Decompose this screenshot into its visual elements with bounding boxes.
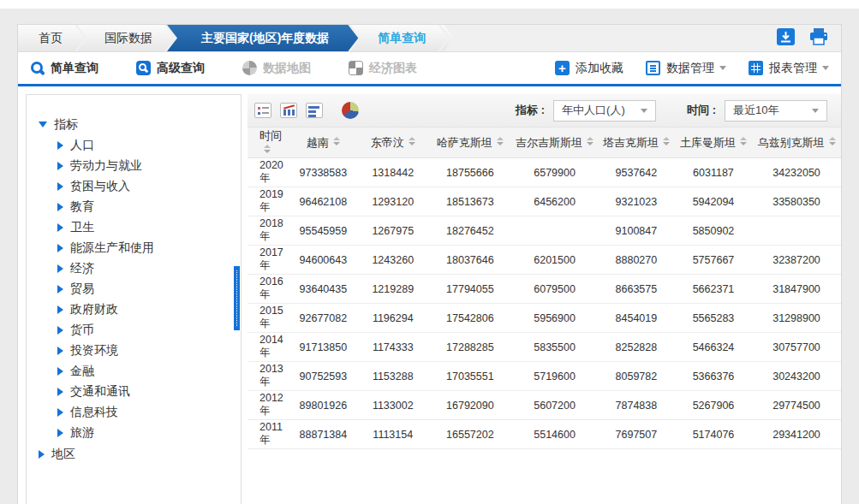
download-icon[interactable] bbox=[777, 28, 795, 45]
column-header[interactable]: 土库曼斯坦 bbox=[675, 127, 752, 158]
triangle-right-icon bbox=[57, 141, 63, 150]
sidebar-item-label: 能源生产和使用 bbox=[70, 240, 154, 256]
triangle-down-icon bbox=[39, 122, 47, 127]
column-header[interactable]: 塔吉克斯坦 bbox=[598, 127, 675, 158]
sidebar-item-货币[interactable]: 货币 bbox=[57, 320, 241, 341]
header-tools bbox=[777, 28, 829, 45]
column-header[interactable]: 乌兹别克斯坦 bbox=[752, 127, 841, 158]
breadcrumb-tab[interactable]: 国际数据 bbox=[77, 25, 175, 51]
column-header[interactable]: 哈萨克斯坦 bbox=[428, 127, 511, 158]
sidebar-item-贫困与收入[interactable]: 贫困与收入 bbox=[57, 176, 241, 197]
sidebar-item-经济[interactable]: 经济 bbox=[57, 258, 241, 279]
pie-chart-view-icon[interactable] bbox=[342, 102, 359, 119]
list-view-icon[interactable] bbox=[254, 103, 271, 118]
time-filter-label: 时间 : bbox=[687, 103, 716, 118]
breadcrumb-tab[interactable]: 首页 bbox=[18, 25, 85, 51]
table-cell: 5267906 bbox=[675, 391, 752, 420]
triangle-right-icon bbox=[57, 429, 63, 437]
sidebar-item-旅游[interactable]: 旅游 bbox=[57, 423, 241, 443]
sidebar-item-投资环境[interactable]: 投资环境 bbox=[57, 341, 241, 361]
table-cell: 1293120 bbox=[357, 187, 428, 216]
toolbar-report-management[interactable]: 报表管理 bbox=[749, 61, 829, 76]
sidebar-item-label: 经济 bbox=[70, 261, 94, 276]
sidebar-item-label: 地区 bbox=[51, 447, 75, 462]
table-cell: 6079500 bbox=[511, 275, 597, 304]
chevron-down-icon bbox=[822, 66, 829, 70]
sort-up-icon bbox=[663, 137, 670, 140]
table-cell: 18037646 bbox=[428, 246, 511, 275]
sidebar-item-label: 卫生 bbox=[70, 220, 94, 235]
table-cell: 8454019 bbox=[598, 304, 675, 333]
table-cell: 5514600 bbox=[511, 420, 597, 449]
sidebar-item-金融[interactable]: 金融 bbox=[57, 361, 241, 382]
indicator-filter-label: 指标 : bbox=[516, 103, 545, 118]
toolbar-simple-query[interactable]: 简单查询 bbox=[30, 61, 98, 76]
table-cell: 6456200 bbox=[511, 187, 597, 216]
sidebar-item-能源生产和使用[interactable]: 能源生产和使用 bbox=[57, 238, 241, 258]
table-cell: 8663575 bbox=[598, 275, 675, 304]
table-cell: 2013年 bbox=[248, 362, 289, 391]
sidebar-item-劳动力与就业[interactable]: 劳动力与就业 bbox=[57, 156, 241, 176]
bar-chart-view-icon[interactable] bbox=[306, 103, 323, 118]
indicator-select[interactable]: 年中人口(人) bbox=[553, 100, 656, 122]
column-header[interactable]: 时间 bbox=[248, 127, 289, 158]
toolbar-add-favorite[interactable]: 添加收藏 bbox=[555, 61, 623, 76]
sort-up-icon bbox=[587, 137, 594, 140]
toolbar-label: 高级查询 bbox=[157, 61, 205, 76]
table-cell: 2014年 bbox=[248, 333, 289, 362]
breadcrumb-tab[interactable]: 简单查询 bbox=[350, 25, 448, 51]
table-cell: 5565283 bbox=[675, 304, 752, 333]
table-cell: 16557202 bbox=[428, 420, 511, 449]
triangle-right-icon bbox=[57, 203, 63, 211]
sidebar-item-贸易[interactable]: 贸易 bbox=[57, 279, 241, 299]
table-cell: 30757700 bbox=[752, 333, 841, 362]
toolbar-economic-charts[interactable]: 经济图表 bbox=[349, 61, 417, 76]
triangle-right-icon bbox=[57, 223, 63, 232]
sidebar-item-地区[interactable]: 地区 bbox=[39, 443, 241, 465]
breadcrumb: 首页国际数据主要国家(地区)年度数据简单查询 bbox=[18, 25, 841, 52]
sidebar-item-label: 投资环境 bbox=[70, 343, 118, 359]
sort-up-icon bbox=[409, 137, 415, 140]
toolbar-label: 简单查询 bbox=[51, 61, 98, 76]
column-chart-view-icon[interactable] bbox=[280, 103, 297, 118]
toolbar-label: 经济图表 bbox=[369, 61, 417, 76]
table-cell: 1267975 bbox=[357, 216, 428, 246]
sidebar-item-信息科技[interactable]: 信息科技 bbox=[57, 402, 241, 423]
toolbar-data-map[interactable]: 数据地图 bbox=[242, 61, 311, 76]
table-cell: 2011年 bbox=[248, 420, 289, 449]
sidebar-scrollbar-thumb[interactable] bbox=[234, 266, 240, 330]
sidebar-item-交通和通讯[interactable]: 交通和通讯 bbox=[57, 382, 241, 402]
toolbar-label: 数据管理 bbox=[666, 61, 714, 76]
data-table: 时间越南东帝汶哈萨克斯坦吉尔吉斯斯坦塔吉克斯坦土库曼斯坦乌兹别克斯坦 2020年… bbox=[248, 127, 841, 449]
table-cell: 5835500 bbox=[511, 333, 597, 362]
sidebar-item-指标[interactable]: 指标 bbox=[39, 114, 241, 135]
table-cell: 91713850 bbox=[289, 333, 358, 362]
column-header[interactable]: 吉尔吉斯斯坦 bbox=[511, 127, 597, 158]
print-icon[interactable] bbox=[808, 28, 829, 45]
toolbar-data-management[interactable]: 数据管理 bbox=[646, 61, 726, 76]
toolbar-advanced-query[interactable]: 高级查询 bbox=[136, 61, 205, 76]
column-header[interactable]: 东帝汶 bbox=[357, 127, 428, 158]
sort-up-icon bbox=[740, 137, 747, 140]
sort-up-icon bbox=[264, 145, 271, 148]
triangle-right-icon bbox=[57, 367, 63, 376]
sidebar-item-label: 金融 bbox=[70, 364, 94, 379]
sidebar-item-卫生[interactable]: 卫生 bbox=[57, 217, 241, 238]
app-window: 首页国际数据主要国家(地区)年度数据简单查询 bbox=[0, 0, 859, 504]
table-cell: 5719600 bbox=[511, 362, 597, 391]
table-cell: 1318442 bbox=[357, 158, 428, 187]
table-cell: 2015年 bbox=[248, 304, 289, 333]
triangle-right-icon bbox=[57, 264, 63, 273]
time-select[interactable]: 最近10年 bbox=[725, 100, 827, 122]
table-cell: 7697507 bbox=[598, 420, 675, 449]
column-header[interactable]: 越南 bbox=[289, 127, 358, 158]
sidebar-item-人口[interactable]: 人口 bbox=[57, 135, 241, 156]
sidebar-item-政府财政[interactable]: 政府财政 bbox=[57, 299, 241, 320]
table-cell bbox=[752, 216, 841, 246]
grid-icon bbox=[749, 61, 763, 75]
sort-down-icon bbox=[409, 142, 415, 145]
sidebar-item-教育[interactable]: 教育 bbox=[57, 197, 241, 217]
table-cell: 9100847 bbox=[598, 216, 675, 246]
breadcrumb-tab[interactable]: 主要国家(地区)年度数据 bbox=[167, 25, 358, 51]
plus-icon bbox=[555, 61, 570, 75]
